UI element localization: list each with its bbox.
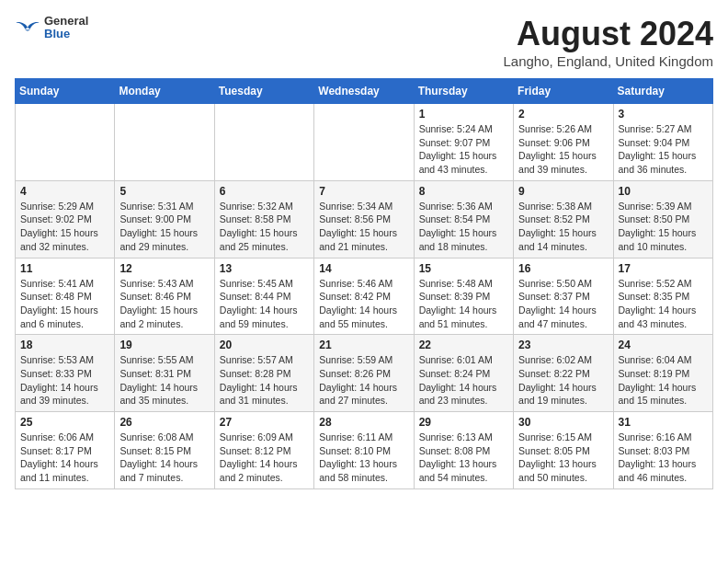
day-number: 1 (419, 108, 508, 121)
calendar-cell: 1Sunrise: 5:24 AMSunset: 9:07 PMDaylight… (414, 104, 513, 181)
calendar-cell: 24Sunrise: 6:04 AMSunset: 8:19 PMDayligh… (613, 335, 712, 412)
weekday-header-sunday: Sunday (16, 79, 115, 104)
day-info: Sunrise: 5:46 AMSunset: 8:42 PMDaylight:… (319, 277, 408, 331)
calendar-week-3: 11Sunrise: 5:41 AMSunset: 8:48 PMDayligh… (16, 258, 713, 335)
day-number: 26 (119, 416, 209, 429)
day-number: 16 (518, 262, 608, 275)
logo-bird-icon (15, 18, 40, 37)
day-info: Sunrise: 5:43 AMSunset: 8:46 PMDaylight:… (119, 277, 209, 331)
day-info: Sunrise: 5:59 AMSunset: 8:26 PMDaylight:… (319, 353, 408, 408)
day-number: 19 (119, 339, 209, 351)
day-number: 21 (319, 339, 408, 351)
day-number: 12 (119, 262, 209, 275)
day-number: 24 (619, 339, 708, 351)
day-number: 31 (619, 416, 708, 429)
day-info: Sunrise: 5:45 AMSunset: 8:44 PMDaylight:… (220, 277, 309, 331)
calendar-week-2: 4Sunrise: 5:29 AMSunset: 9:02 PMDaylight… (16, 180, 713, 258)
day-number: 25 (20, 416, 109, 429)
day-info: Sunrise: 6:09 AMSunset: 8:12 PMDaylight:… (220, 431, 309, 485)
day-number: 8 (419, 185, 508, 198)
weekday-header-row: SundayMondayTuesdayWednesdayThursdayFrid… (16, 79, 713, 104)
title-section: August 2024 Langho, England, United King… (503, 15, 713, 69)
calendar-cell: 19Sunrise: 5:55 AMSunset: 8:31 PMDayligh… (115, 335, 214, 412)
calendar-cell: 7Sunrise: 5:34 AMSunset: 8:56 PMDaylight… (314, 180, 414, 258)
calendar-cell (16, 104, 115, 181)
logo-general: General (44, 15, 88, 28)
day-info: Sunrise: 5:27 AMSunset: 9:04 PMDaylight:… (619, 122, 708, 177)
day-info: Sunrise: 5:48 AMSunset: 8:39 PMDaylight:… (419, 277, 508, 331)
day-number: 2 (518, 108, 608, 121)
calendar-cell: 2Sunrise: 5:26 AMSunset: 9:06 PMDaylight… (514, 104, 613, 181)
day-number: 27 (220, 416, 309, 429)
calendar-cell: 5Sunrise: 5:31 AMSunset: 9:00 PMDaylight… (115, 180, 214, 258)
calendar-cell: 31Sunrise: 6:16 AMSunset: 8:03 PMDayligh… (613, 412, 712, 489)
calendar-cell (214, 104, 313, 181)
calendar-week-1: 1Sunrise: 5:24 AMSunset: 9:07 PMDaylight… (16, 104, 713, 181)
calendar-cell: 26Sunrise: 6:08 AMSunset: 8:15 PMDayligh… (115, 412, 214, 489)
calendar-cell: 12Sunrise: 5:43 AMSunset: 8:46 PMDayligh… (115, 258, 214, 335)
weekday-header-monday: Monday (115, 79, 214, 104)
day-number: 11 (20, 262, 109, 275)
day-info: Sunrise: 6:04 AMSunset: 8:19 PMDaylight:… (619, 353, 708, 408)
day-info: Sunrise: 5:55 AMSunset: 8:31 PMDaylight:… (119, 353, 209, 408)
day-number: 23 (518, 339, 608, 351)
calendar-cell (115, 104, 214, 181)
day-info: Sunrise: 6:11 AMSunset: 8:10 PMDaylight:… (319, 431, 408, 485)
day-info: Sunrise: 5:39 AMSunset: 8:50 PMDaylight:… (619, 200, 708, 254)
logo: General Blue (15, 15, 88, 41)
calendar-cell: 20Sunrise: 5:57 AMSunset: 8:28 PMDayligh… (214, 335, 313, 412)
day-info: Sunrise: 5:31 AMSunset: 9:00 PMDaylight:… (119, 200, 209, 254)
day-info: Sunrise: 6:02 AMSunset: 8:22 PMDaylight:… (518, 353, 608, 408)
calendar-cell: 13Sunrise: 5:45 AMSunset: 8:44 PMDayligh… (214, 258, 313, 335)
page-header: General Blue August 2024 Langho, England… (15, 15, 713, 69)
calendar-cell: 17Sunrise: 5:52 AMSunset: 8:35 PMDayligh… (613, 258, 712, 335)
calendar-cell: 15Sunrise: 5:48 AMSunset: 8:39 PMDayligh… (414, 258, 513, 335)
calendar-cell: 10Sunrise: 5:39 AMSunset: 8:50 PMDayligh… (613, 180, 712, 258)
calendar-cell: 9Sunrise: 5:38 AMSunset: 8:52 PMDaylight… (514, 180, 613, 258)
day-info: Sunrise: 5:57 AMSunset: 8:28 PMDaylight:… (220, 353, 309, 408)
logo-text: General Blue (44, 15, 88, 41)
day-info: Sunrise: 5:24 AMSunset: 9:07 PMDaylight:… (419, 122, 508, 177)
day-number: 10 (619, 185, 708, 198)
day-number: 18 (20, 339, 109, 351)
weekday-header-thursday: Thursday (414, 79, 513, 104)
calendar-cell: 4Sunrise: 5:29 AMSunset: 9:02 PMDaylight… (16, 180, 115, 258)
calendar-cell: 6Sunrise: 5:32 AMSunset: 8:58 PMDaylight… (214, 180, 313, 258)
weekday-header-friday: Friday (514, 79, 613, 104)
day-info: Sunrise: 6:01 AMSunset: 8:24 PMDaylight:… (419, 353, 508, 408)
calendar-cell: 8Sunrise: 5:36 AMSunset: 8:54 PMDaylight… (414, 180, 513, 258)
day-info: Sunrise: 5:50 AMSunset: 8:37 PMDaylight:… (518, 277, 608, 331)
day-number: 17 (619, 262, 708, 275)
day-info: Sunrise: 5:29 AMSunset: 9:02 PMDaylight:… (20, 200, 109, 254)
day-info: Sunrise: 5:26 AMSunset: 9:06 PMDaylight:… (518, 122, 608, 177)
day-info: Sunrise: 6:13 AMSunset: 8:08 PMDaylight:… (419, 431, 508, 485)
calendar-cell: 23Sunrise: 6:02 AMSunset: 8:22 PMDayligh… (514, 335, 613, 412)
weekday-header-saturday: Saturday (613, 79, 712, 104)
calendar-table: SundayMondayTuesdayWednesdayThursdayFrid… (15, 78, 713, 489)
calendar-cell: 29Sunrise: 6:13 AMSunset: 8:08 PMDayligh… (414, 412, 513, 489)
day-info: Sunrise: 6:16 AMSunset: 8:03 PMDaylight:… (619, 431, 708, 485)
day-number: 3 (619, 108, 708, 121)
calendar-cell: 18Sunrise: 5:53 AMSunset: 8:33 PMDayligh… (16, 335, 115, 412)
day-number: 28 (319, 416, 408, 429)
day-number: 30 (518, 416, 608, 429)
weekday-header-wednesday: Wednesday (314, 79, 414, 104)
calendar-cell: 16Sunrise: 5:50 AMSunset: 8:37 PMDayligh… (514, 258, 613, 335)
day-number: 20 (220, 339, 309, 351)
day-info: Sunrise: 6:08 AMSunset: 8:15 PMDaylight:… (119, 431, 209, 485)
calendar-cell: 21Sunrise: 5:59 AMSunset: 8:26 PMDayligh… (314, 335, 414, 412)
day-info: Sunrise: 5:36 AMSunset: 8:54 PMDaylight:… (419, 200, 508, 254)
day-info: Sunrise: 6:06 AMSunset: 8:17 PMDaylight:… (20, 431, 109, 485)
calendar-week-5: 25Sunrise: 6:06 AMSunset: 8:17 PMDayligh… (16, 412, 713, 489)
calendar-cell: 11Sunrise: 5:41 AMSunset: 8:48 PMDayligh… (16, 258, 115, 335)
day-number: 9 (518, 185, 608, 198)
calendar-cell (314, 104, 414, 181)
day-info: Sunrise: 5:53 AMSunset: 8:33 PMDaylight:… (20, 353, 109, 408)
weekday-header-tuesday: Tuesday (214, 79, 313, 104)
day-number: 15 (419, 262, 508, 275)
day-number: 14 (319, 262, 408, 275)
day-number: 4 (20, 185, 109, 198)
calendar-cell: 28Sunrise: 6:11 AMSunset: 8:10 PMDayligh… (314, 412, 414, 489)
day-number: 22 (419, 339, 508, 351)
day-info: Sunrise: 5:32 AMSunset: 8:58 PMDaylight:… (220, 200, 309, 254)
